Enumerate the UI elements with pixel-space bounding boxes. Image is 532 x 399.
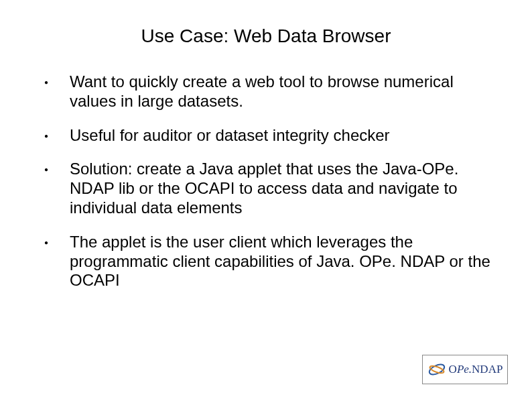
list-item: The applet is the user client which leve… (40, 233, 492, 290)
bullet-text: Useful for auditor or dataset integrity … (70, 126, 390, 144)
bullet-text: The applet is the user client which leve… (70, 233, 490, 290)
bullet-list: Want to quickly create a web tool to bro… (40, 72, 492, 290)
logo-italic: Pe. (457, 363, 472, 376)
svg-point-1 (429, 364, 444, 374)
list-item: Solution: create a Java applet that uses… (40, 160, 492, 217)
slide-title: Use Case: Web Data Browser (67, 25, 465, 47)
slide: Use Case: Web Data Browser Want to quick… (0, 0, 532, 399)
bullet-text: Want to quickly create a web tool to bro… (70, 72, 454, 110)
list-item: Useful for auditor or dataset integrity … (40, 126, 492, 146)
list-item: Want to quickly create a web tool to bro… (40, 72, 492, 111)
logo-prefix: O (449, 363, 457, 376)
logo-suffix: NDAP (472, 363, 503, 376)
opendap-logo: OPe.NDAP (422, 355, 508, 384)
logo-text: OPe.NDAP (449, 363, 503, 376)
swoosh-icon (427, 359, 446, 380)
bullet-text: Solution: create a Java applet that uses… (70, 160, 458, 217)
